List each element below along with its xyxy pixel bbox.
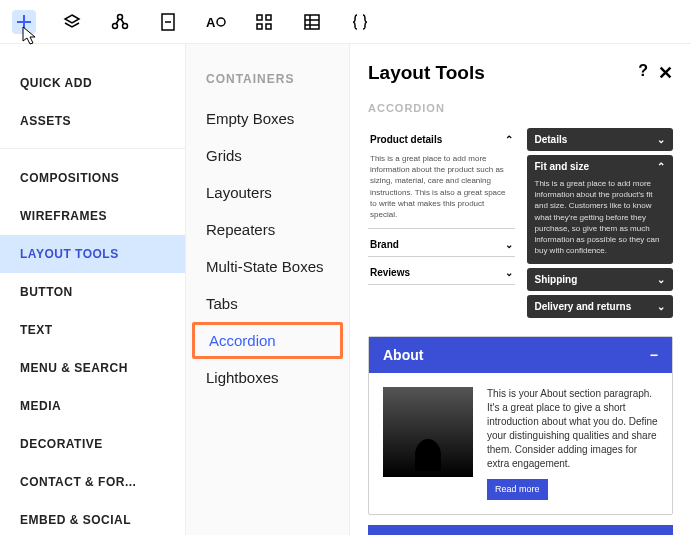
top-toolbar: A (0, 0, 691, 44)
sub-empty-boxes[interactable]: Empty Boxes (186, 100, 349, 137)
help-icon[interactable]: ? (638, 62, 648, 84)
svg-rect-11 (305, 15, 319, 29)
plus-icon[interactable] (12, 10, 36, 34)
sub-tabs[interactable]: Tabs (186, 285, 349, 322)
secondary-sidebar: CONTAINERS Empty Boxes Grids Layouters R… (185, 44, 350, 535)
braces-icon[interactable] (348, 10, 372, 34)
accordion-preset-dark[interactable]: Details⌄ Fit and size⌃ This is a great p… (527, 128, 674, 318)
svg-point-0 (118, 14, 123, 19)
sidebar-menu-search[interactable]: MENU & SEARCH (0, 349, 185, 387)
grid-icon[interactable] (252, 10, 276, 34)
acc-head: Brand (370, 239, 399, 250)
acc-head: Fit and size (535, 161, 589, 172)
svg-rect-10 (266, 24, 271, 29)
acc-head: Product details (370, 134, 442, 145)
svg-point-6 (217, 18, 225, 26)
chevron-down-icon: ⌄ (657, 274, 665, 285)
sidebar-quick-add[interactable]: QUICK ADD (0, 64, 185, 102)
minus-icon: − (650, 347, 658, 363)
acc-head: Details (535, 134, 568, 145)
sidebar-embed-social[interactable]: EMBED & SOCIAL (0, 501, 185, 535)
acc-head: Delivery and returns (535, 301, 632, 312)
containers-header: CONTAINERS (186, 64, 349, 100)
acc-body: This is a great place to add more inform… (527, 178, 674, 264)
chevron-down-icon: ⌄ (657, 134, 665, 145)
sidebar-assets[interactable]: ASSETS (0, 102, 185, 149)
sidebar-compositions[interactable]: COMPOSITIONS (0, 159, 185, 197)
chevron-down-icon: ⌄ (657, 301, 665, 312)
sidebar-contact-forms[interactable]: CONTACT & FOR... (0, 463, 185, 501)
text-style-icon[interactable]: A (204, 10, 228, 34)
sidebar-media[interactable]: MEDIA (0, 387, 185, 425)
sub-lightboxes[interactable]: Lightboxes (186, 359, 349, 396)
primary-sidebar: QUICK ADD ASSETS COMPOSITIONS WIREFRAMES… (0, 44, 185, 535)
about-image (383, 387, 473, 477)
section-label: ACCORDION (368, 102, 673, 114)
acc-head: Shipping (535, 274, 578, 285)
chevron-down-icon: ⌄ (505, 267, 513, 278)
preview-panel: Layout Tools ? ✕ ACCORDION Product detai… (350, 44, 691, 535)
layers-icon[interactable] (60, 10, 84, 34)
sidebar-button[interactable]: BUTTON (0, 273, 185, 311)
panel-title: Layout Tools (368, 62, 485, 84)
sub-repeaters[interactable]: Repeaters (186, 211, 349, 248)
sidebar-wireframes[interactable]: WIREFRAMES (0, 197, 185, 235)
svg-rect-7 (257, 15, 262, 20)
table-icon[interactable] (300, 10, 324, 34)
read-more-button[interactable]: Read more (487, 479, 548, 500)
sub-accordion[interactable]: Accordion (192, 322, 343, 359)
svg-rect-8 (266, 15, 271, 20)
svg-rect-9 (257, 24, 262, 29)
sidebar-decorative[interactable]: DECORATIVE (0, 425, 185, 463)
chevron-down-icon: ⌄ (505, 239, 513, 250)
svg-text:A: A (206, 15, 216, 30)
close-icon[interactable]: ✕ (658, 62, 673, 84)
doc-icon[interactable] (156, 10, 180, 34)
svg-point-1 (113, 23, 118, 28)
accordion-preset-about[interactable]: About− This is your About section paragr… (368, 336, 673, 515)
sub-multistate[interactable]: Multi-State Boxes (186, 248, 349, 285)
sub-layouters[interactable]: Layouters (186, 174, 349, 211)
chevron-up-icon: ⌃ (505, 134, 513, 145)
sidebar-layout-tools[interactable]: LAYOUT TOOLS (0, 235, 185, 273)
acc-head: Reviews (370, 267, 410, 278)
about-title: About (383, 347, 423, 363)
contact-strip[interactable]: Contact+ (368, 525, 673, 535)
connect-icon[interactable] (108, 10, 132, 34)
about-text: This is your About section paragraph. It… (487, 387, 658, 500)
svg-point-2 (123, 23, 128, 28)
acc-body: This is a great place to add more inform… (368, 151, 515, 228)
chevron-up-icon: ⌃ (657, 161, 665, 172)
accordion-preset-light[interactable]: Product details⌃ This is a great place t… (368, 128, 515, 318)
sub-grids[interactable]: Grids (186, 137, 349, 174)
sidebar-text[interactable]: TEXT (0, 311, 185, 349)
